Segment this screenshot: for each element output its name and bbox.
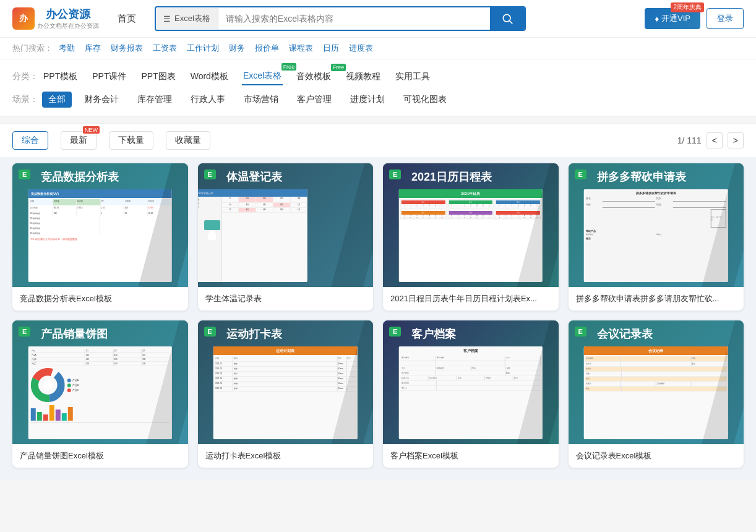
category-bar: 分类： PPT模板 PPT课件 PPT图表 Word模板 Excel表格Free… — [0, 59, 756, 117]
scene-items: 全部 财务会计 库存管理 行政人事 市场营销 客户管理 进度计划 可视化图表 — [42, 92, 453, 108]
card-3-title-overlay: 2021日历日程表 — [411, 169, 492, 184]
page-info: 1/ 111 — [677, 135, 702, 145]
search-input[interactable] — [218, 9, 490, 28]
card-3[interactable]: E 2021日历日程表 2021年日历 1月 日一二三四五六 3456789 — [383, 163, 559, 311]
category-label: 分类： — [12, 71, 38, 82]
card-5-name: 产品销量饼图Excel模板 — [20, 450, 181, 461]
card-5-image: E 产品销量饼图 产品 Q1 Q2 Q3 — [12, 320, 188, 444]
logo-text: 办公资源 办公文档尽在办公资源 — [37, 7, 99, 30]
hot-tag-1[interactable]: 库存 — [85, 43, 101, 54]
prev-page-button[interactable]: < — [707, 132, 723, 148]
hot-tag-2[interactable]: 财务报表 — [111, 43, 143, 54]
card-3-info: 2021日程日历表牛年日历日程计划表Ex... — [383, 287, 559, 311]
card-6-title-overlay: 运动打卡表 — [226, 327, 282, 341]
vip-badge: 2周年庆典 — [671, 2, 704, 12]
logo: 办 办公资源 办公文档尽在办公资源 — [12, 7, 99, 30]
card-7-image: E 客户档案 客户档案 客户编号 客户名称 大小 大小 — [383, 320, 559, 444]
sort-newest[interactable]: 最新NEW — [61, 131, 97, 150]
card-6-info: 运动打卡表Excel模板 — [198, 444, 374, 468]
card-8-type-badge: E — [575, 327, 586, 337]
scene-hr[interactable]: 行政人事 — [184, 92, 231, 108]
hot-tag-8[interactable]: 日历 — [323, 43, 339, 54]
cat-word[interactable]: Word模板 — [189, 69, 230, 85]
cat-ppt-course[interactable]: PPT课件 — [91, 69, 127, 85]
card-2-label: 学生体温记录表 — [204, 220, 220, 230]
vip-button[interactable]: 2周年庆典 ♦ 开通VIP — [645, 8, 700, 29]
hot-tag-4[interactable]: 工作计划 — [187, 43, 219, 54]
cat-excel[interactable]: Excel表格Free — [242, 68, 283, 85]
card-3-image: E 2021日历日程表 2021年日历 1月 日一二三四五六 3456789 — [383, 163, 559, 287]
sort-favorites[interactable]: 收藏量 — [166, 131, 210, 150]
logo-icon: 办 — [12, 7, 35, 30]
cat-ppt-chart[interactable]: PPT图表 — [140, 69, 176, 85]
card-3-name: 2021日程日历表牛年日历日程计划表Ex... — [390, 293, 551, 304]
header: 办 办公资源 办公文档尽在办公资源 首页 ☰ Excel表格 2周年庆典 ♦ 开… — [0, 0, 756, 38]
hot-tag-3[interactable]: 工资表 — [153, 43, 177, 54]
card-grid: E 竞品数据分析表 竞品数据分析表(UV) 日期 浏览量 独访量 UV — [12, 163, 744, 468]
card-7-type-badge: E — [389, 327, 401, 337]
card-5[interactable]: E 产品销量饼图 产品 Q1 Q2 Q3 — [12, 320, 188, 468]
card-1-image: E 竞品数据分析表 竞品数据分析表(UV) 日期 浏览量 独访量 UV — [12, 163, 188, 287]
search-bar: ☰ Excel表格 — [155, 6, 526, 31]
card-4-info: 拼多多帮砍申请表拼多多请朋友帮忙砍... — [569, 287, 744, 311]
scene-marketing[interactable]: 市场营销 — [238, 92, 285, 108]
card-3-thumb: 2021年日历 1月 日一二三四五六 3456789 — [399, 189, 543, 282]
hot-tag-0[interactable]: 考勤 — [59, 43, 75, 54]
card-5-title-overlay: 产品销量饼图 — [41, 327, 108, 341]
hot-tag-7[interactable]: 课程表 — [289, 43, 313, 54]
cat-audio[interactable]: 音效模板Free — [295, 69, 332, 85]
card-2-image: E 体温登记表 XXXXX学校小学 班级 学生 姓名 — [198, 163, 374, 287]
search-button[interactable] — [490, 7, 525, 30]
card-6-image: E 运动打卡表 运动计划表 日期 项目 时长 打卡 — [198, 320, 374, 444]
sort-options: 综合 最新NEW 下载量 收藏量 — [12, 131, 210, 150]
hot-tag-5[interactable]: 财务 — [229, 43, 245, 54]
svg-point-5 — [43, 380, 52, 390]
svg-point-0 — [503, 14, 510, 22]
card-1[interactable]: E 竞品数据分析表 竞品数据分析表(UV) 日期 浏览量 独访量 UV — [12, 163, 188, 311]
hot-tag-6[interactable]: 报价单 — [255, 43, 279, 54]
sort-downloads[interactable]: 下载量 — [109, 131, 153, 150]
nav-home[interactable]: 首页 — [111, 13, 142, 25]
card-2-info: 学生体温记录表 — [198, 287, 374, 311]
hot-tag-9[interactable]: 进度表 — [349, 43, 373, 54]
vip-label: 开通VIP — [661, 13, 690, 24]
card-4-type-badge: E — [575, 169, 586, 179]
card-8-info: 会议记录表Excel模板 — [569, 444, 744, 468]
login-button[interactable]: 登录 — [707, 8, 744, 29]
card-2[interactable]: E 体温登记表 XXXXX学校小学 班级 学生 姓名 — [198, 163, 374, 311]
scene-inventory[interactable]: 库存管理 — [131, 92, 178, 108]
cat-ppt-template[interactable]: PPT模板 — [42, 69, 79, 85]
cat-tools[interactable]: 实用工具 — [394, 69, 431, 85]
card-8-title-overlay: 会议记录表 — [597, 327, 653, 341]
card-8-name: 会议记录表Excel模板 — [576, 450, 737, 461]
scene-all[interactable]: 全部 — [42, 92, 72, 108]
logo-title: 办公资源 — [46, 7, 90, 22]
search-category[interactable]: ☰ Excel表格 — [156, 8, 218, 29]
card-4-title-overlay: 拼多多帮砍申请表 — [597, 169, 686, 184]
card-7-info: 客户档案Excel模板 — [383, 444, 559, 468]
sort-pagination: 1/ 111 < > — [677, 132, 744, 148]
scene-chart[interactable]: 可视化图表 — [397, 92, 453, 108]
content-area: E 竞品数据分析表 竞品数据分析表(UV) 日期 浏览量 独访量 UV — [0, 157, 756, 480]
scene-row: 场景： 全部 财务会计 库存管理 行政人事 市场营销 客户管理 进度计划 可视化… — [12, 92, 744, 108]
sort-comprehensive[interactable]: 综合 — [12, 131, 48, 150]
scene-finance[interactable]: 财务会计 — [78, 92, 125, 108]
card-7-thumb: 客户档案 客户编号 客户名称 大小 大小 省/地级市 市/县 — [399, 346, 543, 439]
category-items: PPT模板 PPT课件 PPT图表 Word模板 Excel表格Free 音效模… — [42, 68, 431, 85]
scene-progress[interactable]: 进度计划 — [344, 92, 391, 108]
card-6[interactable]: E 运动打卡表 运动计划表 日期 项目 时长 打卡 — [198, 320, 374, 468]
scene-customer[interactable]: 客户管理 — [291, 92, 338, 108]
card-8[interactable]: E 会议记录表 会议记录 会议名称 时间 — [569, 320, 744, 468]
diamond-icon: ♦ — [655, 14, 659, 24]
cat-video[interactable]: 视频教程 — [345, 69, 382, 85]
card-4[interactable]: E 拼多多帮砍申请表 拼多多请朋友帮忙砍价申请表 姓名 性别 — [569, 163, 744, 311]
card-6-type-badge: E — [204, 327, 216, 337]
card-7-title-overlay: 客户档案 — [411, 327, 456, 341]
next-page-button[interactable]: > — [728, 132, 744, 148]
card-1-name: 竞品数据分析表Excel模板 — [20, 293, 181, 304]
category-row: 分类： PPT模板 PPT课件 PPT图表 Word模板 Excel表格Free… — [12, 68, 744, 85]
card-6-name: 运动打卡表Excel模板 — [205, 450, 366, 461]
card-5-type-badge: E — [19, 327, 30, 337]
card-7[interactable]: E 客户档案 客户档案 客户编号 客户名称 大小 大小 — [383, 320, 559, 468]
card-3-type-badge: E — [389, 169, 401, 179]
